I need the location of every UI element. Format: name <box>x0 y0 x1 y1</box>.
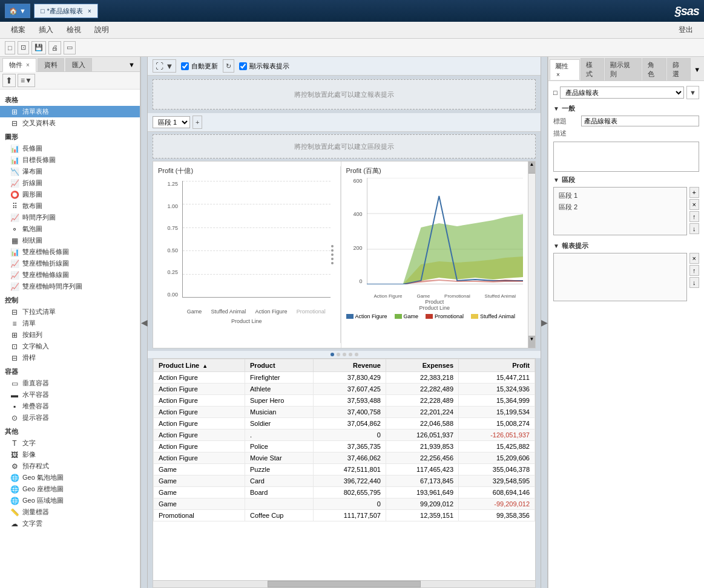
right-tab-filter[interactable]: 篩選 <box>667 58 691 80</box>
left-tabs-arrow[interactable]: ▼ <box>126 60 137 70</box>
list-item-圓形圖[interactable]: ⭕ 圓形圖 <box>0 189 140 200</box>
left-tab-import[interactable]: 匯入 <box>65 58 92 71</box>
section-dropdown[interactable]: 區段 1 區段 2 <box>153 116 190 128</box>
table-row[interactable]: Action FigureAthlete37,607,42522,282,489… <box>154 384 535 395</box>
title-field-input[interactable] <box>581 116 699 126</box>
left-tab-data[interactable]: 資料 <box>38 58 64 71</box>
table-row[interactable]: Action FigureFirefighter37,830,42922,383… <box>154 372 535 384</box>
list-item-清單[interactable]: ≡ 清單 <box>0 318 140 329</box>
list-item-垂直容器[interactable]: ▭ 垂直容器 <box>0 377 140 389</box>
list-item-滑桿[interactable]: ⊟ 滑桿 <box>0 352 140 364</box>
toolbar-btn-5[interactable]: ▭ <box>64 41 76 54</box>
list-item-時間序列圖[interactable]: 📈 時間序列圖 <box>0 212 140 223</box>
right-tab-display-rules[interactable]: 顯示規則 <box>605 58 642 80</box>
col-revenue[interactable]: Revenue <box>313 359 386 372</box>
right-dropdown-expand[interactable]: ▼ <box>686 86 699 99</box>
list-item-影像[interactable]: 🖼 影像 <box>0 449 140 460</box>
list-item-散布圖[interactable]: ⠿ 散布圖 <box>0 200 140 212</box>
col-expenses[interactable]: Expenses <box>386 359 458 372</box>
left-toolbar-add[interactable]: ⬆ <box>2 74 16 87</box>
table-row[interactable]: Action Figure.0126,051,937-126,051,937 <box>154 430 535 441</box>
table-row[interactable]: Game099,209,012-99,209,012 <box>154 498 535 510</box>
section-add-btn[interactable]: + <box>689 187 699 198</box>
report-tab[interactable]: □ *產品線報表 × <box>34 4 98 18</box>
home-button[interactable]: 🏠 ▼ <box>5 4 30 18</box>
right-collapse-handle[interactable]: ▶ <box>541 57 548 588</box>
toolbar-btn-1[interactable]: □ <box>5 41 15 54</box>
table-row[interactable]: Action FigureSoldier37,054,86222,046,588… <box>154 418 535 430</box>
refresh-button[interactable]: ↻ <box>223 59 234 73</box>
chart-resize-handle[interactable] <box>329 243 336 267</box>
list-item-水平容器[interactable]: ▬ 水平容器 <box>0 389 140 400</box>
menu-help[interactable]: 說明 <box>88 22 115 38</box>
list-item-清單表格[interactable]: ⊞ 清單表格 <box>0 106 140 117</box>
table-row[interactable]: Action FigureMusician37,400,75822,201,22… <box>154 407 535 418</box>
logout-button[interactable]: 登出 <box>673 22 699 38</box>
section-down-btn[interactable]: ↓ <box>689 223 699 234</box>
desc-field-textarea[interactable] <box>553 142 699 172</box>
list-item-geo-region[interactable]: 🌐 Geo 區域地圖 <box>0 495 140 506</box>
charts-vscroll[interactable]: ▲ ▼ <box>528 162 535 348</box>
list-item-樹狀圖[interactable]: ▦ 樹狀圖 <box>0 235 140 246</box>
table-row[interactable]: Action FigurePolice37,365,73521,939,8531… <box>154 441 535 452</box>
tab-close-icon[interactable]: × <box>88 8 91 15</box>
list-item-提示容器[interactable]: ⊙ 提示容器 <box>0 412 140 423</box>
toolbar-btn-2[interactable]: ⊡ <box>18 41 29 54</box>
fullscreen-button[interactable]: ⛶ ▼ <box>153 59 176 73</box>
list-item-geo-coord[interactable]: 🌐 Geo 座標地圖 <box>0 483 140 495</box>
right-tab-style[interactable]: 樣式 <box>581 58 604 80</box>
left-collapse-handle[interactable]: ◀ <box>140 57 148 588</box>
list-item-瀑布圖[interactable]: 📉 瀑布圖 <box>0 166 140 177</box>
list-item-長條圖[interactable]: 📊 長條圖 <box>0 143 140 154</box>
list-item-雙座標軸時間序列圖[interactable]: 📈 雙座標軸時間序列圖 <box>0 281 140 292</box>
list-item-折線圖[interactable]: 📈 折線圖 <box>0 177 140 189</box>
list-item-氣泡圖[interactable]: ⚬ 氣泡圖 <box>0 223 140 235</box>
list-item-下拉式清單[interactable]: ⊟ 下拉式清單 <box>0 306 140 318</box>
list-item-堆疊容器[interactable]: ▪ 堆疊容器 <box>0 400 140 412</box>
left-tab-objects-close[interactable]: × <box>26 62 30 68</box>
col-product-line[interactable]: Product Line ▲ <box>154 359 245 372</box>
list-item-交叉資料表[interactable]: ⊟ 交叉資料表 <box>0 117 140 129</box>
table-hscroll-thumb[interactable] <box>268 581 420 587</box>
list-item-雙座標軸折線圖[interactable]: 📈 雙座標軸折線圖 <box>0 258 140 269</box>
list-item-預存程式[interactable]: ⚙ 預存程式 <box>0 460 140 472</box>
auto-update-checkbox[interactable] <box>181 62 189 70</box>
list-item-雙座標軸條線圖[interactable]: 📈 雙座標軸條線圖 <box>0 269 140 281</box>
table-hscroll[interactable] <box>153 580 535 587</box>
right-tabs-arrow[interactable]: ▼ <box>691 65 703 74</box>
section-sections-header[interactable]: ▼ 區段 <box>553 175 699 185</box>
table-row[interactable]: GameCard396,722,44067,173,845329,548,595 <box>154 475 535 487</box>
toolbar-btn-3[interactable]: 💾 <box>31 41 46 54</box>
table-row[interactable]: Action FigureMovie Star37,466,06222,256,… <box>154 452 535 464</box>
right-report-dropdown[interactable]: 產品線報表 <box>560 87 684 99</box>
table-row[interactable]: PromotionalCoffee Cup111,717,50712,359,1… <box>154 510 535 521</box>
table-row[interactable]: Action FigureSuper Hero37,593,48822,228,… <box>154 395 535 407</box>
menu-insert[interactable]: 插入 <box>33 22 59 38</box>
section-up-btn[interactable]: ↑ <box>689 211 699 222</box>
right-tab-properties[interactable]: 屬性 × <box>550 59 580 80</box>
list-item-文字輸入[interactable]: ⊡ 文字輸入 <box>0 341 140 352</box>
right-tab-role[interactable]: 角色 <box>642 58 666 80</box>
list-item-geo-bubble[interactable]: 🌐 Geo 氣泡地圖 <box>0 472 140 483</box>
table-row[interactable]: GamePuzzle472,511,801117,465,423355,046,… <box>154 464 535 475</box>
section-del-btn[interactable]: × <box>689 199 699 210</box>
show-hint-checkbox[interactable] <box>239 62 247 70</box>
section-item-1[interactable]: 區段 1 <box>556 190 684 201</box>
menu-view[interactable]: 檢視 <box>61 22 87 38</box>
section-general-header[interactable]: ▼ 一般 <box>553 104 699 113</box>
section-report-hint-header[interactable]: ▼ 報表提示 <box>553 241 699 250</box>
list-item-目標長條圖[interactable]: 📊 目標長條圖 <box>0 154 140 166</box>
add-section-button[interactable]: + <box>192 116 202 129</box>
section-item-2[interactable]: 區段 2 <box>556 201 684 213</box>
list-item-文字[interactable]: T 文字 <box>0 437 140 449</box>
list-item-measure[interactable]: 📏 測量標器 <box>0 506 140 518</box>
list-item-按鈕列[interactable]: ⊞ 按鈕列 <box>0 329 140 341</box>
menu-file[interactable]: 檔案 <box>5 22 31 38</box>
report-hint-up-btn[interactable]: ↑ <box>689 265 699 276</box>
report-hint-down-btn[interactable]: ↓ <box>689 277 699 288</box>
list-item-雙座標軸長條圖[interactable]: 📊 雙座標軸長條圖 <box>0 246 140 258</box>
col-product[interactable]: Product <box>245 359 314 372</box>
list-item-wordcloud[interactable]: ☁ 文字雲 <box>0 518 140 529</box>
toolbar-btn-4[interactable]: 🖨 <box>48 41 61 54</box>
table-row[interactable]: GameBoard802,655,795193,961,649608,694,1… <box>154 487 535 498</box>
